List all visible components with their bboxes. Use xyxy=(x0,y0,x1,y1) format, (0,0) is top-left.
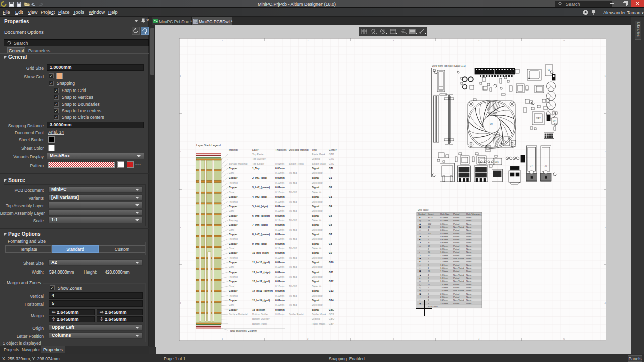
svg-text:Bottom Overlay: Bottom Overlay xyxy=(252,317,270,320)
svg-text:Non-Plated: Non-Plated xyxy=(453,289,464,292)
svg-text:Prepreg: Prepreg xyxy=(229,181,238,184)
svg-text:0.02mm: 0.02mm xyxy=(275,233,285,236)
svg-text:Signal: Signal xyxy=(312,205,320,208)
svg-text:None: None xyxy=(466,248,472,250)
svg-text:4076 Total: 4076 Total xyxy=(428,305,438,308)
svg-text:Plated: Plated xyxy=(453,232,460,235)
svg-text:Plated: Plated xyxy=(453,251,460,253)
svg-text:GBP: GBP xyxy=(329,322,334,325)
svg-text:●: ● xyxy=(419,277,421,279)
svg-text:0.12mm: 0.12mm xyxy=(275,237,284,240)
svg-text:Non-Plated: Non-Plated xyxy=(453,274,464,276)
svg-text:0.02mm: 0.02mm xyxy=(275,289,285,292)
svg-text:Signal: Signal xyxy=(312,233,320,236)
svg-text:0.60mm: 0.60mm xyxy=(440,229,448,231)
svg-text:GBO: GBO xyxy=(329,317,334,320)
svg-text:None: None xyxy=(466,270,472,273)
svg-text:Surface Material: Surface Material xyxy=(229,162,247,165)
svg-text:0.10mm: 0.10mm xyxy=(275,303,284,306)
svg-text:Material: Material xyxy=(229,148,238,151)
svg-text:Paste Mask: Paste Mask xyxy=(312,153,326,156)
svg-text:Dielectric: Dielectric xyxy=(312,171,323,174)
svg-text:Copper: Copper xyxy=(229,242,238,245)
svg-text:1_Top: 1_Top xyxy=(252,167,259,170)
svg-text:1.27mm: 1.27mm xyxy=(440,264,448,266)
svg-text:Signal: Signal xyxy=(312,242,320,245)
svg-text:Core: Core xyxy=(229,265,234,268)
svg-text:7U-883: 7U-883 xyxy=(289,294,297,297)
svg-text:Surface Material: Surface Material xyxy=(229,313,247,316)
svg-text:Plated: Plated xyxy=(453,229,460,231)
svg-text:None: None xyxy=(466,286,472,289)
svg-text:Copper: Copper xyxy=(229,280,238,283)
svg-text:70: 70 xyxy=(428,254,430,257)
svg-text:0.30mm: 0.30mm xyxy=(440,223,448,225)
svg-text:Copper: Copper xyxy=(229,308,238,311)
svg-text:G14: G14 xyxy=(329,299,334,302)
svg-text:GTL: GTL xyxy=(329,167,334,170)
svg-text:◼: ◼ xyxy=(419,270,421,273)
svg-text:2.80mm: 2.80mm xyxy=(440,296,448,298)
svg-text:G5: G5 xyxy=(329,214,332,217)
svg-text:None: None xyxy=(466,264,472,266)
svg-text:G7: G7 xyxy=(329,233,332,236)
svg-text:★: ★ xyxy=(419,235,421,238)
svg-text:Plated: Plated xyxy=(453,277,460,279)
svg-text:2.35mm: 2.35mm xyxy=(440,289,448,292)
svg-text:Plated: Plated xyxy=(453,241,460,244)
svg-text:0.50mm: 0.50mm xyxy=(440,226,448,228)
svg-text:GBL: GBL xyxy=(329,308,334,311)
svg-text:None: None xyxy=(466,283,472,286)
svg-text:Copper: Copper xyxy=(229,261,238,264)
svg-text:Core: Core xyxy=(229,191,234,194)
svg-text:Plated: Plated xyxy=(453,286,460,289)
svg-text:Hole Size: Hole Size xyxy=(440,213,450,215)
svg-text:GBS: GBS xyxy=(329,313,334,316)
svg-text:Bottom Solder: Bottom Solder xyxy=(252,313,268,316)
svg-text:0.02mm: 0.02mm xyxy=(275,261,285,264)
svg-text:Signal: Signal xyxy=(312,299,320,302)
svg-text:G6: G6 xyxy=(329,223,332,226)
svg-text:■: ■ xyxy=(419,238,421,241)
svg-text:Plated: Plated xyxy=(453,213,460,215)
svg-text:None: None xyxy=(466,216,472,219)
svg-text:0.98mm: 0.98mm xyxy=(440,248,448,250)
svg-text:662: 662 xyxy=(428,223,432,225)
svg-text:G10: G10 xyxy=(329,261,334,264)
svg-text:12_Int11_(sign): 12_Int11_(sign) xyxy=(252,270,270,274)
svg-text:7U-883: 7U-883 xyxy=(289,275,297,278)
svg-text:Layer Stack Legend: Layer Stack Legend xyxy=(196,144,221,147)
svg-text:Copper: Copper xyxy=(229,289,238,292)
svg-text:7U-883: 7U-883 xyxy=(289,219,297,222)
svg-text:None: None xyxy=(466,245,472,247)
svg-text:7U-883: 7U-883 xyxy=(289,247,297,250)
svg-text:0.02mm: 0.02mm xyxy=(275,205,285,208)
svg-text:None: None xyxy=(466,277,472,279)
svg-text:Copper: Copper xyxy=(229,186,238,189)
svg-text:Legend: Legend xyxy=(312,157,320,160)
svg-text:◐: ◐ xyxy=(419,251,421,253)
svg-text:None: None xyxy=(466,260,472,263)
svg-text:□: □ xyxy=(419,280,421,282)
svg-text:GTO: GTO xyxy=(329,157,334,160)
svg-text:None: None xyxy=(466,267,472,269)
svg-text:None: None xyxy=(466,226,472,228)
svg-text:1.53mm: 1.53mm xyxy=(440,274,448,276)
svg-text:Signal: Signal xyxy=(312,167,320,170)
svg-text:G4: G4 xyxy=(329,205,332,208)
svg-text:Core: Core xyxy=(229,171,234,174)
svg-text:Core: Core xyxy=(229,285,234,288)
svg-text:0.02mm: 0.02mm xyxy=(275,186,285,189)
svg-text:13_Int12_(gnd): 13_Int12_(gnd) xyxy=(252,280,270,283)
svg-text:10_Int9_(sign): 10_Int9_(sign) xyxy=(252,251,269,254)
svg-text:F1: F1 xyxy=(530,165,532,168)
svg-text:M20: M20 xyxy=(495,161,499,163)
svg-text:Symbol: Symbol xyxy=(418,213,425,215)
svg-text:7U-883: 7U-883 xyxy=(289,191,297,194)
svg-text:None: None xyxy=(466,254,472,257)
svg-text:Copper: Copper xyxy=(229,223,238,226)
svg-text:0.25mm: 0.25mm xyxy=(440,219,448,222)
svg-text:None: None xyxy=(466,229,472,231)
svg-text:0.80mm: 0.80mm xyxy=(440,235,448,238)
svg-text:Copper: Copper xyxy=(229,195,238,198)
